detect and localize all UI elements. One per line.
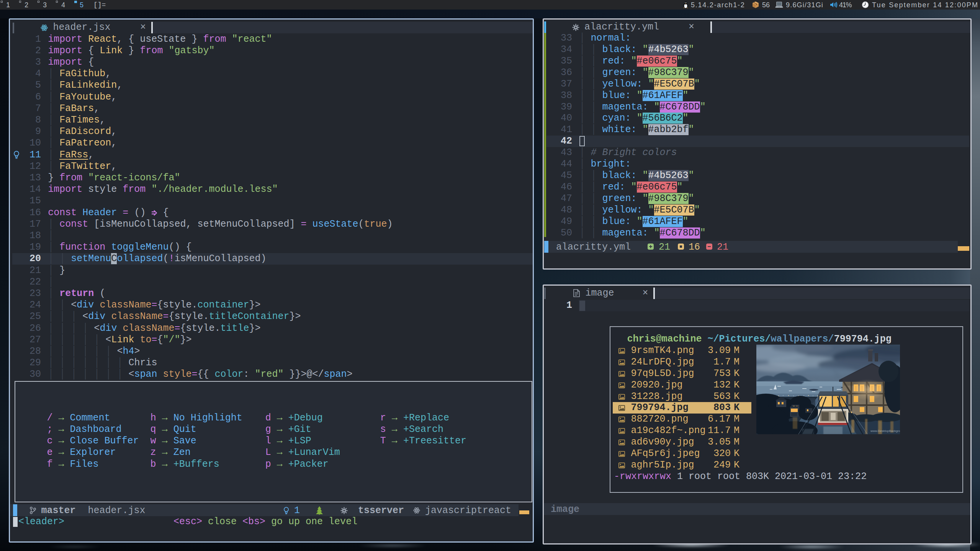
svg-text:www.DesktopBackground.org: www.DesktopBackground.org [870,429,900,433]
